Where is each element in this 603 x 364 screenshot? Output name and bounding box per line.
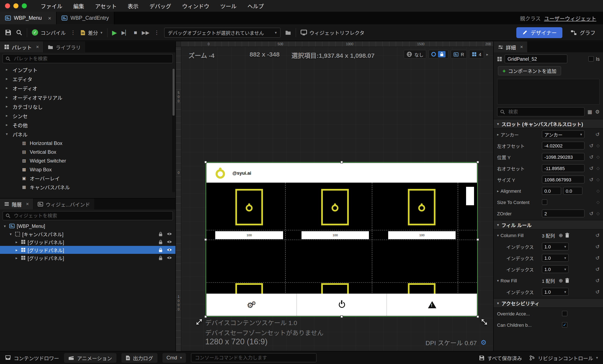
play-options-icon[interactable]: ⋮ [154, 29, 160, 35]
tab-hierarchy[interactable]: 階層 × [0, 199, 33, 210]
left-offset-input[interactable]: -4.02002 [542, 141, 585, 150]
reset-icon[interactable]: ↺ [595, 278, 600, 283]
resize-arrow-icon[interactable]: ↔ [477, 312, 493, 329]
palette-item-widget-switcher[interactable]: ▧Widget Switcher [0, 156, 175, 165]
reset-icon[interactable]: ↺ [589, 154, 593, 159]
size-to-content-checkbox[interactable] [542, 200, 547, 205]
display-filter-icon[interactable]: ▦ [588, 109, 592, 115]
palette-category-synth[interactable]: ▸シンセ [0, 111, 175, 120]
menu-debug[interactable]: デバッグ [144, 2, 177, 10]
chevron-right-icon[interactable]: ▸ [14, 240, 19, 244]
console-command-input[interactable] [191, 353, 317, 362]
reset-icon[interactable]: ↺ [595, 132, 600, 137]
debug-object-dropdown[interactable]: デバッグオブジェクトが選択されていません ▾ [164, 27, 280, 37]
is-variable-checkbox[interactable] [588, 56, 594, 62]
output-log-button[interactable]: 出力ログ [121, 353, 157, 363]
add-component-button[interactable]: + コンポーネントを追加 [498, 66, 561, 75]
lock-aspect-button[interactable] [438, 51, 446, 57]
minimize-window-button[interactable] [13, 3, 18, 8]
anchor-dropdown[interactable]: アンカー▾ [542, 130, 585, 138]
palette-category-uncategorized[interactable]: ▸カテゴリなし [0, 102, 175, 111]
close-icon[interactable]: × [48, 15, 51, 21]
alignment-x-input[interactable]: 0.0 [542, 187, 561, 195]
compile-options-icon[interactable]: ⋮ [70, 29, 76, 35]
reset-icon[interactable]: ↺ [595, 244, 600, 249]
widget-name-input[interactable] [505, 54, 568, 63]
menu-window[interactable]: ウィンドウ [177, 2, 215, 10]
visibility-icon[interactable] [167, 256, 172, 260]
resolution-scale-button[interactable]: R [461, 52, 464, 57]
tab-widget-bind[interactable]: ウィジェ...バインド [34, 199, 94, 210]
graph-mode-button[interactable]: グラフ [571, 28, 595, 36]
palette-search-input[interactable] [13, 56, 170, 62]
launch-button[interactable]: ▶▶ [142, 30, 150, 35]
alignment-y-input[interactable]: 0.0 [563, 187, 582, 195]
add-element-icon[interactable]: ⊕ [559, 278, 563, 283]
hierarchy-row-grid-panel-2-selected[interactable]: ▸ [グリッドパネル] [0, 246, 175, 254]
resize-handle[interactable] [476, 161, 479, 163]
chevron-right-icon[interactable]: ▸ [14, 248, 19, 252]
lock-icon[interactable] [158, 239, 163, 244]
animation-button[interactable]: アニメーション [64, 353, 116, 363]
tab-wbp-cardentry[interactable]: WBP_CardEntry [57, 12, 114, 24]
widget-reflector-button[interactable]: ウィジェットリフレクタ [301, 29, 365, 36]
browse-asset-button[interactable] [16, 29, 22, 35]
hierarchy-row-root[interactable]: ▾ [WBP_Menu] [0, 222, 175, 230]
chevron-right-icon[interactable]: ▸ [497, 132, 499, 136]
hierarchy-search-input[interactable] [13, 213, 170, 219]
visibility-icon[interactable] [167, 240, 172, 244]
palette-item-canvas-panel[interactable]: ▦キャンバスパネル [0, 183, 175, 191]
resize-handle[interactable] [340, 316, 343, 318]
frame-skip-button[interactable]: ▶▏ [121, 30, 129, 35]
palette-category-input[interactable]: ▸インプット [0, 65, 175, 74]
chevron-down-icon[interactable]: ▾ [2, 224, 7, 228]
section-accessibility[interactable]: ▾ アクセシビリティ [494, 298, 603, 308]
designer-mode-button[interactable]: デザイナー [516, 27, 563, 38]
reset-icon[interactable]: ↺ [595, 233, 600, 238]
save-button[interactable] [5, 29, 11, 35]
palette-category-editor[interactable]: ▸エディタ [0, 74, 175, 83]
scrollbar-thumb[interactable] [173, 69, 175, 116]
revision-control-button[interactable]: リビジョンコントロール ▾ [530, 354, 598, 361]
trash-icon[interactable] [565, 278, 570, 283]
menu-edit[interactable]: 編集 [68, 2, 90, 10]
override-accessibility-checkbox[interactable] [562, 311, 568, 316]
hierarchy-row-canvas-panel[interactable]: ▾ [キャンバスパネル] [0, 230, 175, 238]
designer-viewport[interactable]: 0 500 1000 1500 200 500 0 1000 ズーム -4 88… [176, 41, 493, 351]
right-offset-input[interactable]: -11.89585 [542, 164, 585, 172]
tab-wbp-menu[interactable]: WBP_Menu × [0, 12, 57, 24]
palette-category-panel[interactable]: ▾パネル [0, 129, 175, 139]
lock-icon[interactable] [158, 231, 163, 236]
reset-icon[interactable]: ↺ [595, 267, 600, 272]
resize-handle[interactable] [204, 316, 207, 318]
tab-details[interactable]: 詳細 × [494, 41, 527, 52]
details-search-input[interactable] [508, 109, 582, 115]
resize-handle[interactable] [476, 238, 479, 241]
trash-icon[interactable] [565, 233, 570, 238]
grid-snap-icon[interactable] [472, 52, 477, 57]
index-value-dropdown[interactable]: 1.0▾ [542, 254, 569, 262]
index-value-dropdown[interactable]: 1.0▾ [542, 288, 569, 296]
lock-icon[interactable] [158, 255, 163, 260]
palette-scrollbar[interactable] [172, 68, 175, 192]
localization-preview-button[interactable]: なし [404, 50, 427, 59]
grid-snap-size-button[interactable]: 4 [479, 52, 481, 57]
play-button[interactable]: ▶ [112, 29, 117, 35]
hierarchy-row-grid-panel-1[interactable]: ▸ [グリッドパネル] [0, 238, 175, 246]
menu-asset[interactable]: アセット [90, 2, 122, 10]
save-status-button[interactable]: すべて保存済み [479, 354, 522, 361]
resize-handle[interactable] [340, 161, 343, 163]
palette-item-horizontal-box[interactable]: ▥Horizontal Box [0, 139, 175, 147]
menu-view[interactable]: 表示 [122, 2, 144, 10]
lock-icon[interactable] [158, 247, 163, 252]
settings-gear-icon[interactable]: ⚙ [595, 109, 600, 115]
chevron-right-icon[interactable]: ▸ [497, 189, 499, 193]
chevron-right-icon[interactable]: ▸ [486, 52, 488, 56]
palette-item-overlay[interactable]: ▣オーバーレイ [0, 174, 175, 183]
content-drawer-button[interactable]: コンテンツドロワー [5, 354, 59, 361]
bind-diamond-icon[interactable]: ◇ [596, 143, 600, 148]
visibility-icon[interactable] [167, 248, 172, 252]
reset-icon[interactable]: ↺ [595, 289, 600, 294]
palette-category-other[interactable]: ▸その他 [0, 120, 175, 129]
reset-icon[interactable]: ↺ [595, 255, 600, 260]
